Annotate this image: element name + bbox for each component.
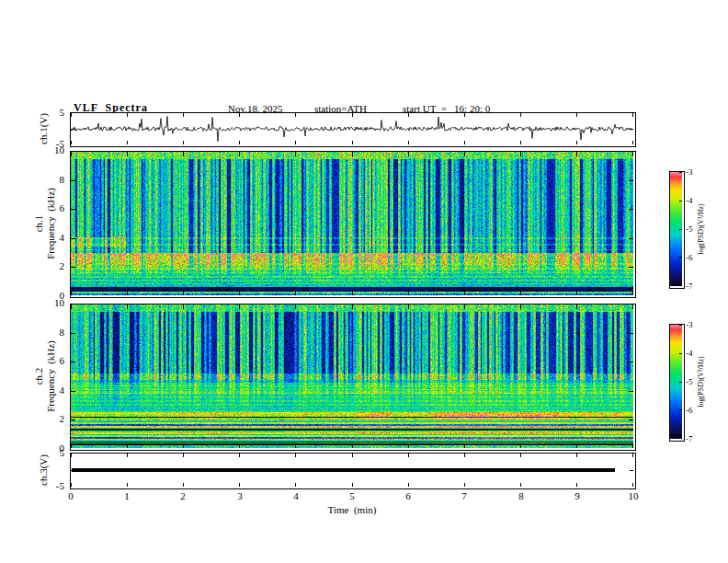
ch1-waveform-plot xyxy=(71,113,633,144)
spec2-y-tick-label: 2 xyxy=(44,413,64,424)
ch1-y-max-label: 5 xyxy=(44,107,64,118)
ch2-label-line1: ch.2 xyxy=(33,368,44,385)
vlf-spectra-page: { "header": { "title": "VLF Spectra", "d… xyxy=(0,0,728,563)
ch3-waveform-panel xyxy=(70,453,636,489)
ch1-waveform-panel xyxy=(70,112,636,147)
colorbar-tick-label: -3 xyxy=(686,320,693,329)
ch2-spectrogram xyxy=(71,304,633,448)
spec1-y-tick-label: 10 xyxy=(44,144,64,155)
x-tick-label: 2 xyxy=(180,490,186,501)
colorbar-tick-label: -6 xyxy=(686,253,693,262)
spec1-y-tick-label: 6 xyxy=(44,202,64,213)
ch2-colorbar-label: log(PSD)(V²/Hz) xyxy=(697,356,705,407)
x-tick-label: 9 xyxy=(574,490,580,501)
ch1-label-line2: Frequency (kHz) xyxy=(45,188,56,259)
colorbar-tick-label: -3 xyxy=(686,167,693,177)
ch2-colorbar-gradient xyxy=(670,325,682,439)
ch1-colorbar-label: log(PSD)(V²/Hz) xyxy=(697,203,705,254)
x-tick-label: 4 xyxy=(293,490,299,501)
ch1-label-line1: ch.1 xyxy=(33,215,44,233)
time-axis-label: Time (min) xyxy=(328,504,377,515)
ch2-colorbar xyxy=(669,324,685,442)
spec2-y-tick-label: 0 xyxy=(44,442,64,454)
x-tick-label: 7 xyxy=(461,490,467,501)
ch1-spectrogram xyxy=(71,152,633,295)
colorbar-tick-label: -4 xyxy=(686,349,693,358)
x-tick-label: 0 xyxy=(68,490,74,501)
spec1-y-tick-label: 4 xyxy=(44,232,64,243)
ch2-frequency-axis-label: ch.2 Frequency (kHz) xyxy=(33,340,56,412)
ch2-label-line2: Frequency (kHz) xyxy=(45,340,56,412)
spec2-y-tick-label: 4 xyxy=(44,385,64,396)
ch1-spectrogram-panel xyxy=(70,151,636,298)
ch3-y-min-label: -5 xyxy=(44,480,64,491)
ch2-spectrogram-panel xyxy=(70,304,636,451)
colorbar-tick-label: -4 xyxy=(686,196,693,205)
colorbar-tick-label: -5 xyxy=(686,224,693,234)
colorbar-tick-label: -5 xyxy=(686,377,693,386)
spec2-y-tick-label: 8 xyxy=(44,327,64,338)
x-tick-label: 10 xyxy=(629,490,639,501)
ch1-colorbar-gradient xyxy=(670,172,682,286)
spec1-y-tick-label: 8 xyxy=(44,174,64,185)
ch3-waveform-plot xyxy=(71,454,633,487)
x-tick-label: 3 xyxy=(237,490,243,501)
colorbar-tick-label: -6 xyxy=(686,406,693,415)
x-tick-label: 1 xyxy=(124,490,130,501)
x-tick-label: 6 xyxy=(405,490,411,501)
ch1-frequency-axis-label: ch.1 Frequency (kHz) xyxy=(33,188,56,259)
x-tick-label: 5 xyxy=(349,490,355,501)
colorbar-tick-label: -7 xyxy=(686,434,693,443)
ch1-colorbar xyxy=(669,171,685,289)
x-tick-label: 8 xyxy=(518,490,524,501)
spec1-y-tick-label: 2 xyxy=(44,260,64,271)
spec2-y-tick-label: 6 xyxy=(44,355,64,366)
colorbar-tick-label: -7 xyxy=(686,282,693,291)
spec2-y-tick-label: 10 xyxy=(44,297,64,308)
